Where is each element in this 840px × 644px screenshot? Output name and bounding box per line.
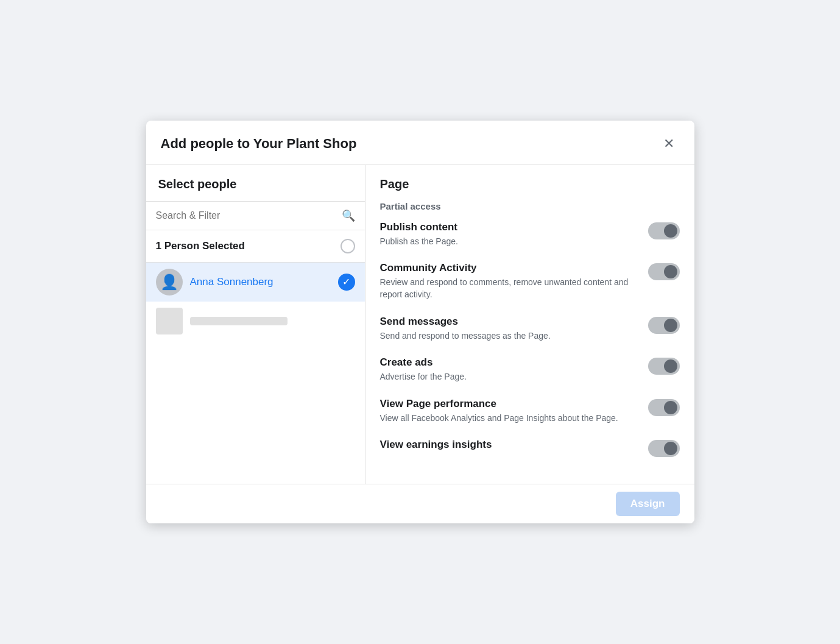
toggle-thumb-create_ads xyxy=(664,359,677,373)
person-icon: 👤 xyxy=(160,274,178,291)
person-row[interactable]: 👤 Anna Sonnenberg ✓ xyxy=(146,263,365,302)
blurred-text xyxy=(190,317,288,325)
selected-label: 1 Person Selected xyxy=(156,240,245,252)
search-bar: 🔍 xyxy=(146,202,365,230)
toggle-view_page_performance[interactable] xyxy=(648,399,680,416)
permission-title-send_messages: Send messages xyxy=(380,316,638,328)
permission-title-publish_content: Publish content xyxy=(380,221,638,233)
checkmark-icon: ✓ xyxy=(342,276,350,288)
modal-footer: Assign xyxy=(146,484,694,523)
toggle-publish_content[interactable] xyxy=(648,222,680,239)
avatar: 👤 xyxy=(156,269,183,295)
close-icon: ✕ xyxy=(663,136,674,152)
toggle-thumb-view_earnings_insights xyxy=(664,442,677,455)
page-heading: Page xyxy=(380,177,680,191)
permission-text-view_page_performance: View Page performanceView all Facebook A… xyxy=(380,398,638,425)
permission-text-publish_content: Publish contentPublish as the Page. xyxy=(380,221,638,248)
toggle-thumb-send_messages xyxy=(664,319,677,332)
permission-item-view_earnings_insights: View earnings insights xyxy=(380,439,680,457)
toggle-create_ads[interactable] xyxy=(648,358,680,375)
permission-item-send_messages: Send messagesSend and respond to message… xyxy=(380,316,680,342)
right-panel: Page Partial access Publish contentPubli… xyxy=(365,165,694,484)
assign-button[interactable]: Assign xyxy=(616,492,680,516)
toggle-thumb-view_page_performance xyxy=(664,401,677,414)
toggle-view_earnings_insights[interactable] xyxy=(648,440,680,457)
permission-text-community_activity: Community ActivityReview and respond to … xyxy=(380,262,638,300)
modal: Add people to Your Plant Shop ✕ Select p… xyxy=(146,121,694,524)
permission-desc-send_messages: Send and respond to messages as the Page… xyxy=(380,330,638,342)
blurred-row xyxy=(146,302,365,341)
permission-desc-create_ads: Advertise for the Page. xyxy=(380,371,638,383)
permission-item-community_activity: Community ActivityReview and respond to … xyxy=(380,262,680,300)
permission-item-view_page_performance: View Page performanceView all Facebook A… xyxy=(380,398,680,425)
permission-item-create_ads: Create adsAdvertise for the Page. xyxy=(380,356,680,383)
permission-desc-publish_content: Publish as the Page. xyxy=(380,236,638,248)
toggle-send_messages[interactable] xyxy=(648,317,680,334)
modal-header: Add people to Your Plant Shop ✕ xyxy=(146,121,694,165)
person-checkbox-checked[interactable]: ✓ xyxy=(338,274,355,291)
partial-access-label: Partial access xyxy=(380,201,680,211)
toggle-thumb-publish_content xyxy=(664,224,677,238)
permission-item-publish_content: Publish contentPublish as the Page. xyxy=(380,221,680,248)
permission-title-view_earnings_insights: View earnings insights xyxy=(380,439,638,451)
permission-text-send_messages: Send messagesSend and respond to message… xyxy=(380,316,638,342)
select-people-heading: Select people xyxy=(146,165,365,202)
person-name: Anna Sonnenberg xyxy=(190,276,338,288)
select-all-checkbox[interactable] xyxy=(341,239,355,253)
permission-title-community_activity: Community Activity xyxy=(380,262,638,274)
toggle-thumb-community_activity xyxy=(664,265,677,278)
selected-row: 1 Person Selected xyxy=(146,230,365,263)
modal-title: Add people to Your Plant Shop xyxy=(161,136,357,152)
permission-title-create_ads: Create ads xyxy=(380,356,638,369)
close-button[interactable]: ✕ xyxy=(658,133,680,155)
search-icon: 🔍 xyxy=(342,209,355,222)
permission-desc-view_page_performance: View all Facebook Analytics and Page Ins… xyxy=(380,412,638,425)
permission-text-view_earnings_insights: View earnings insights xyxy=(380,439,638,453)
toggle-community_activity[interactable] xyxy=(648,263,680,280)
permission-desc-community_activity: Review and respond to comments, remove u… xyxy=(380,277,638,300)
permissions-list: Publish contentPublish as the Page.Commu… xyxy=(380,221,680,472)
permission-title-view_page_performance: View Page performance xyxy=(380,398,638,410)
left-panel: Select people 🔍 1 Person Selected 👤 Anna… xyxy=(146,165,365,484)
blurred-avatar xyxy=(156,308,183,334)
permission-text-create_ads: Create adsAdvertise for the Page. xyxy=(380,356,638,383)
search-input[interactable] xyxy=(156,210,342,221)
modal-body: Select people 🔍 1 Person Selected 👤 Anna… xyxy=(146,165,694,484)
